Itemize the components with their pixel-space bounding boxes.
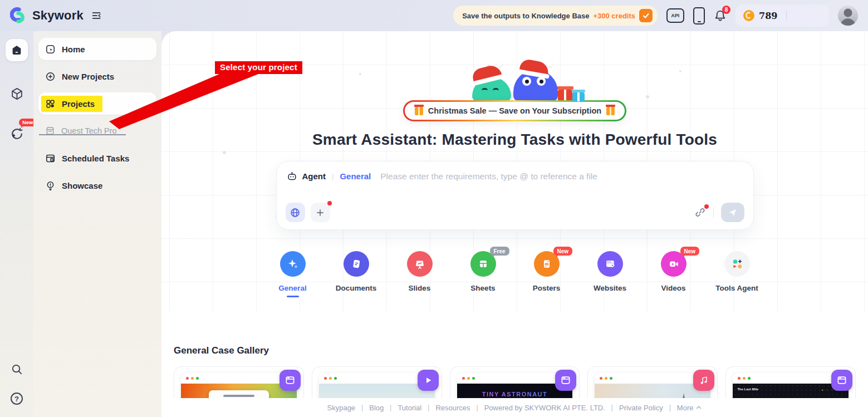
- category-label: Videos: [661, 284, 685, 292]
- christmas-mascots: [440, 68, 590, 101]
- sidebar-nav: Home New Projects Projects Quest Tech Pr…: [33, 31, 161, 417]
- category-label: Websites: [594, 284, 626, 292]
- new-badge: New: [553, 247, 573, 256]
- help-icon[interactable]: ?: [11, 393, 23, 405]
- footer-link-private-policy[interactable]: Private Policy: [619, 404, 663, 412]
- refresh-sparkle-icon: [9, 126, 24, 141]
- tools-shapes-icon: [730, 257, 744, 271]
- calendar-check-icon: [639, 9, 653, 22]
- rail-assistant-button[interactable]: New: [9, 126, 24, 141]
- search-icon[interactable]: [11, 363, 23, 376]
- knowledge-base-banner[interactable]: Save the outputs to Knowledge Base +300 …: [453, 6, 658, 26]
- paper-plane-icon: [728, 208, 738, 218]
- attach-button[interactable]: [311, 203, 330, 222]
- coin-icon: [743, 10, 754, 21]
- footer-separator: |: [390, 404, 391, 411]
- brand[interactable]: Skywork: [10, 7, 84, 24]
- sidebar-item-projects[interactable]: Projects: [38, 92, 156, 115]
- free-badge: Free: [490, 247, 509, 256]
- category-tools-agent[interactable]: Tools Agent: [713, 251, 762, 297]
- music-badge-icon: [693, 370, 714, 391]
- chevron-up-icon: [695, 404, 702, 411]
- footer-separator: |: [428, 404, 429, 411]
- left-rail: New ?: [0, 31, 33, 417]
- user-avatar[interactable]: [838, 6, 858, 26]
- mode-selector[interactable]: General: [340, 171, 371, 181]
- santa-hat-icon: [519, 58, 550, 77]
- document-icon: [350, 258, 362, 270]
- send-button[interactable]: [721, 203, 744, 222]
- snow-dot: [646, 95, 649, 99]
- sidebar-item-label: Scheduled Tasks: [62, 154, 129, 163]
- footer-separator: |: [669, 404, 671, 411]
- category-videos[interactable]: New Videos: [649, 251, 698, 297]
- play-badge-icon: [418, 370, 439, 391]
- blob-eye: [493, 88, 499, 93]
- blob-eye: [537, 77, 546, 86]
- footer-link-more[interactable]: More: [677, 404, 703, 412]
- category-slides[interactable]: Slides: [395, 251, 444, 297]
- sidebar-item-label: Showcase: [62, 181, 102, 190]
- prompt-composer[interactable]: Agent | General Please enter the require…: [276, 161, 754, 230]
- christmas-sale-banner[interactable]: Christmas Sale — Save on Your Subscripti…: [403, 100, 626, 121]
- rail-home-button[interactable]: [6, 39, 28, 61]
- notifications-bell[interactable]: 8: [714, 9, 727, 22]
- globe-icon: [290, 207, 301, 218]
- mobile-app-icon[interactable]: [693, 7, 705, 24]
- christmas-blob-blue: [513, 70, 558, 101]
- sidebar-item-showcase[interactable]: Showcase: [38, 174, 156, 197]
- gift-icon: [606, 107, 615, 115]
- sidebar-item-label: Projects: [62, 99, 95, 109]
- footer-separator: |: [361, 404, 363, 411]
- category-documents[interactable]: Documents: [332, 251, 381, 297]
- category-sheets[interactable]: Free Sheets: [459, 251, 508, 297]
- category-general[interactable]: General: [268, 251, 317, 297]
- web-search-button[interactable]: [286, 203, 305, 222]
- api-icon[interactable]: API: [666, 8, 684, 23]
- footer-link-resources[interactable]: Resources: [435, 404, 470, 412]
- sidebar-item-home[interactable]: Home: [38, 38, 156, 60]
- footer-link-skypage[interactable]: Skypage: [327, 404, 356, 412]
- home-nav-icon: [45, 44, 56, 55]
- plus-circle-icon: [45, 71, 56, 82]
- home-icon: [11, 44, 23, 56]
- new-badge: New: [680, 247, 700, 256]
- link-icon: [694, 207, 706, 218]
- sidebar-item-scheduled-tasks[interactable]: Scheduled Tasks: [38, 147, 156, 169]
- calendar-clock-icon: [45, 153, 56, 164]
- footer-link-blog[interactable]: Blog: [369, 404, 384, 412]
- collapse-sidebar-icon[interactable]: [91, 10, 102, 21]
- sparkle-icon: [286, 257, 300, 271]
- gallery-heading: General Case Gallery: [174, 345, 856, 356]
- sidebar-item-label: New Projects: [62, 72, 114, 81]
- category-label: Tools Agent: [715, 284, 758, 292]
- credits-count: 789: [759, 11, 777, 21]
- christmas-blob-teal: [472, 77, 511, 101]
- link-reference-button[interactable]: [694, 207, 706, 218]
- presentation-icon: [414, 258, 426, 270]
- annotation-select-project: Select your project: [215, 61, 302, 74]
- projects-highlight: Projects: [41, 96, 102, 112]
- category-posters[interactable]: New Posters: [522, 251, 571, 297]
- rail-projects-button[interactable]: [10, 87, 24, 101]
- credits-pill[interactable]: 789: [735, 4, 829, 27]
- notification-dot: [704, 204, 709, 209]
- footer-powered-by[interactable]: Powered by SKYWORK AI PTE. LTD.: [484, 404, 605, 412]
- sidebar-item-new-projects[interactable]: New Projects: [38, 65, 156, 87]
- santa-hat-icon: [470, 63, 502, 84]
- footer-link-tutorial[interactable]: Tutorial: [398, 404, 421, 412]
- video-camera-icon: [668, 258, 680, 270]
- notification-count-badge: 8: [722, 6, 730, 14]
- category-websites[interactable]: Websites: [586, 251, 635, 297]
- sidebar-item-quest-tech-pro[interactable]: Quest Tech Pro: [38, 120, 156, 142]
- card-title: TINY ASTRONAUT: [482, 391, 548, 398]
- footer-more-label: More: [677, 404, 694, 412]
- main-content: Christmas Sale — Save on Your Subscripti…: [161, 31, 868, 417]
- kb-banner-text: Save the outputs to Knowledge Base: [462, 12, 589, 20]
- top-bar: Skywork Save the outputs to Knowledge Ba…: [0, 0, 868, 31]
- poster-icon: [541, 258, 553, 270]
- lightbulb-icon: [45, 180, 56, 191]
- gift-box-red: [558, 90, 572, 101]
- composer-input[interactable]: Please enter the requirements, type @ to…: [380, 171, 597, 181]
- browser-cursor-icon: [604, 258, 616, 270]
